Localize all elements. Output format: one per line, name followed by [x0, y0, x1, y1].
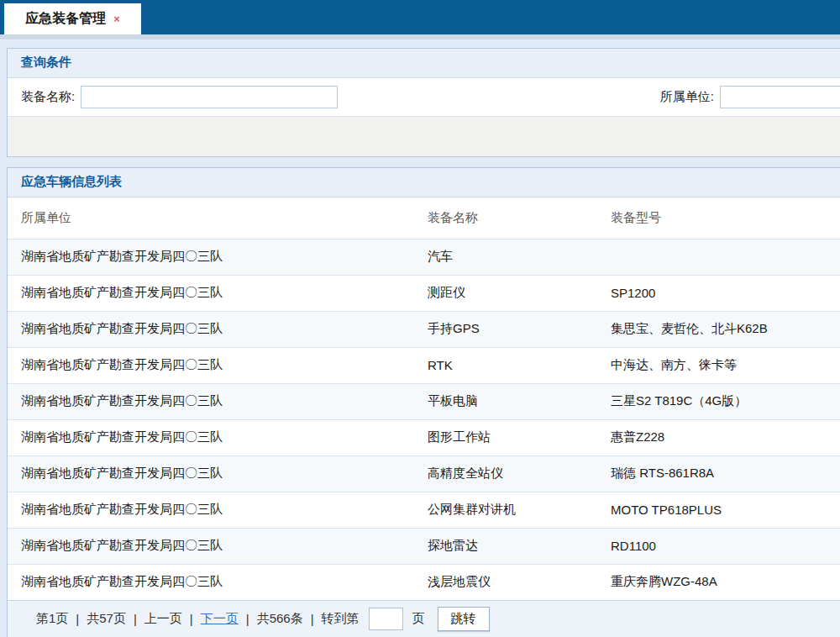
cell-equipment-name: 图形工作站 [414, 419, 597, 455]
table-row: 湖南省地质矿产勘查开发局四〇三队图形工作站惠普Z228 [8, 419, 840, 455]
total-pages-label: 共57页 [87, 611, 126, 627]
cell-equipment-name: RTK [414, 347, 597, 383]
pagination-bar: 第1页 | 共57页 | 上一页 | 下一页 | 共566条 | 转到第 页 跳… [8, 600, 840, 637]
cell-unit: 湖南省地质矿产勘查开发局四〇三队 [8, 455, 414, 492]
table-row: 湖南省地质矿产勘查开发局四〇三队公网集群对讲机MOTO TP618PLUS [8, 492, 840, 528]
query-fields-row: 装备名称: 所属单位: [8, 78, 840, 117]
total-items-label: 共566条 [257, 611, 303, 627]
cell-unit: 湖南省地质矿产勘查开发局四〇三队 [8, 383, 414, 419]
table-row: 湖南省地质矿产勘查开发局四〇三队高精度全站仪瑞德 RTS-861R8A [8, 455, 840, 492]
next-page-link[interactable]: 下一页 [201, 611, 239, 627]
pager-separator: | [190, 612, 193, 626]
table-row: 湖南省地质矿产勘查开发局四〇三队手持GPS集思宝、麦哲伦、北斗K62B [8, 311, 840, 347]
goto-page-input[interactable] [369, 608, 403, 630]
jump-button[interactable]: 跳转 [438, 607, 490, 631]
equipment-name-input[interactable] [81, 86, 338, 108]
cell-unit: 湖南省地质矿产勘查开发局四〇三队 [8, 239, 414, 275]
column-header-unit: 所属单位 [8, 197, 414, 239]
goto-page-suffix: 页 [412, 611, 425, 627]
table-row: 湖南省地质矿产勘查开发局四〇三队平板电脑三星S2 T819C（4G版） [8, 383, 840, 419]
cell-equipment-model: SP1200 [597, 275, 840, 311]
tab-bar: 应急装备管理 × [0, 0, 840, 34]
tab-label: 应急装备管理 [25, 10, 106, 28]
prev-page-link[interactable]: 上一页 [144, 611, 182, 627]
current-page-label: 第1页 [36, 611, 68, 627]
equipment-list-panel: 应急车辆信息列表 所属单位 装备名称 装备型号 湖南省地质矿产勘查开发局四〇三队… [7, 167, 840, 637]
cell-unit: 湖南省地质矿产勘查开发局四〇三队 [8, 564, 414, 600]
unit-label: 所属单位: [660, 89, 714, 105]
table-header-row: 所属单位 装备名称 装备型号 [8, 197, 840, 239]
pager-separator: | [311, 612, 314, 626]
cell-equipment-model: MOTO TP618PLUS [597, 492, 840, 528]
table-row: 湖南省地质矿产勘查开发局四〇三队RTK中海达、南方、徕卡等 [8, 347, 840, 383]
goto-page-prefix: 转到第 [322, 611, 360, 627]
cell-equipment-name: 探地雷达 [414, 528, 597, 564]
close-icon[interactable]: × [113, 13, 120, 24]
cell-unit: 湖南省地质矿产勘查开发局四〇三队 [8, 311, 414, 347]
table-row: 湖南省地质矿产勘查开发局四〇三队测距仪SP1200 [8, 275, 840, 311]
cell-equipment-model: 三星S2 T819C（4G版） [597, 383, 840, 419]
query-panel: 查询条件 装备名称: 所属单位: [7, 48, 840, 157]
cell-equipment-name: 高精度全站仪 [414, 455, 597, 492]
pager-separator: | [134, 612, 137, 626]
table-row: 湖南省地质矿产勘查开发局四〇三队浅层地震仪重庆奔腾WZG-48A [8, 564, 840, 600]
list-panel-title: 应急车辆信息列表 [8, 168, 840, 197]
table-row: 湖南省地质矿产勘查开发局四〇三队探地雷达RD1100 [8, 528, 840, 564]
tabbar-divider [0, 34, 840, 40]
equipment-table-body: 湖南省地质矿产勘查开发局四〇三队汽车湖南省地质矿产勘查开发局四〇三队测距仪SP1… [8, 239, 840, 600]
pager-separator: | [76, 612, 79, 626]
cell-equipment-model: 瑞德 RTS-861R8A [597, 455, 840, 492]
cell-unit: 湖南省地质矿产勘查开发局四〇三队 [8, 347, 414, 383]
main-content: 查询条件 装备名称: 所属单位: 应急车辆信息列表 所属单位 装备名称 装备型号… [0, 40, 840, 637]
cell-equipment-model: RD1100 [597, 528, 840, 564]
cell-equipment-name: 公网集群对讲机 [414, 492, 597, 528]
query-panel-footer [8, 117, 840, 156]
cell-equipment-model: 重庆奔腾WZG-48A [597, 564, 840, 600]
cell-equipment-name: 测距仪 [414, 275, 597, 311]
cell-equipment-name: 手持GPS [414, 311, 597, 347]
cell-equipment-name: 浅层地震仪 [414, 564, 597, 600]
equipment-table: 所属单位 装备名称 装备型号 湖南省地质矿产勘查开发局四〇三队汽车湖南省地质矿产… [8, 197, 840, 600]
unit-input[interactable] [720, 86, 840, 108]
cell-equipment-name: 汽车 [414, 239, 597, 275]
cell-unit: 湖南省地质矿产勘查开发局四〇三队 [8, 419, 414, 455]
query-panel-title: 查询条件 [8, 49, 840, 78]
pager-separator: | [246, 612, 249, 626]
equipment-name-label: 装备名称: [21, 89, 75, 105]
cell-unit: 湖南省地质矿产勘查开发局四〇三队 [8, 492, 414, 528]
cell-equipment-model: 惠普Z228 [597, 419, 840, 455]
cell-unit: 湖南省地质矿产勘查开发局四〇三队 [8, 528, 414, 564]
cell-equipment-model: 中海达、南方、徕卡等 [597, 347, 840, 383]
column-header-equipment-model: 装备型号 [597, 197, 840, 239]
cell-equipment-model [597, 239, 840, 275]
cell-equipment-model: 集思宝、麦哲伦、北斗K62B [597, 311, 840, 347]
cell-unit: 湖南省地质矿产勘查开发局四〇三队 [8, 275, 414, 311]
cell-equipment-name: 平板电脑 [414, 383, 597, 419]
table-row: 湖南省地质矿产勘查开发局四〇三队汽车 [8, 239, 840, 275]
tab-emergency-equipment[interactable]: 应急装备管理 × [4, 3, 141, 34]
column-header-equipment-name: 装备名称 [414, 197, 597, 239]
